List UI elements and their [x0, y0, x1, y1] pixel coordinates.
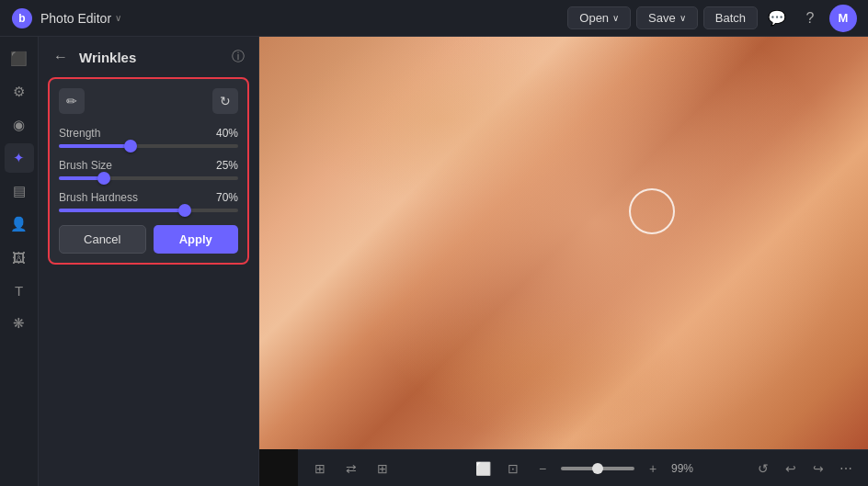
bottom-center-zoom: ⬜ ⊡ − + 99% [473, 458, 693, 480]
text-tool[interactable]: T [5, 276, 34, 305]
layers-bottom-icon[interactable]: ⊞ [309, 458, 331, 480]
crop-bottom-icon[interactable]: ⊡ [502, 458, 524, 480]
panel-tool-row: ✏ ↻ [59, 88, 238, 114]
brush-size-label: Brush Size [59, 159, 112, 172]
strength-fill [59, 144, 131, 148]
panel-title: Wrinkles [79, 50, 222, 65]
batch-button[interactable]: Batch [703, 6, 758, 29]
zoom-out-icon[interactable]: − [531, 458, 554, 480]
strength-value: 40% [216, 127, 238, 140]
strength-label: Strength [59, 127, 100, 140]
side-panel: ← Wrinkles ⓘ ✏ ↻ Strength 40% [39, 37, 259, 486]
info-button[interactable]: ⓘ [229, 48, 247, 66]
zoom-in-icon[interactable]: + [642, 458, 664, 480]
reset-tool-icon[interactable]: ↻ [212, 88, 238, 114]
cancel-button[interactable]: Cancel [59, 225, 146, 254]
app-logo: b [11, 7, 33, 29]
brush-size-value: 25% [216, 159, 238, 172]
canvas-area[interactable]: ⊞ ⇄ ⊞ ⬜ ⊡ − + 99% ↺ ↩ [259, 37, 868, 486]
brush-hardness-thumb[interactable] [178, 204, 191, 217]
more-icon[interactable]: ⋯ [835, 458, 857, 480]
back-button[interactable]: ← [50, 46, 72, 68]
strength-thumb[interactable] [124, 140, 137, 153]
fit-icon[interactable]: ⬜ [473, 458, 495, 480]
sticker-tool[interactable]: ❋ [5, 309, 34, 338]
svg-text:b: b [18, 12, 25, 25]
brush-tool-icon[interactable]: ✏ [59, 88, 85, 114]
wrinkles-panel: ✏ ↻ Strength 40% Brush Size 25% [48, 77, 249, 265]
brush-size-slider-group: Brush Size 25% [59, 159, 238, 180]
brush-hardness-fill [59, 209, 185, 212]
brush-hardness-label-row: Brush Hardness 70% [59, 191, 238, 204]
strength-label-row: Strength 40% [59, 127, 238, 140]
undo-icon[interactable]: ↩ [780, 458, 802, 480]
photo-canvas[interactable] [259, 37, 868, 449]
retouch-tool[interactable]: ✦ [5, 143, 34, 173]
save-button[interactable]: Save ∨ [636, 6, 698, 29]
open-chevron-icon: ∨ [612, 13, 619, 23]
layers-tool[interactable]: ▤ [5, 176, 34, 206]
panel-buttons: Cancel Apply [59, 225, 238, 254]
rotate-left-icon[interactable]: ↺ [752, 458, 774, 480]
brush-size-slider[interactable] [59, 176, 238, 180]
bottom-right-tools: ↺ ↩ ↪ ⋯ [752, 458, 857, 480]
bottom-left-tools: ⊞ ⇄ ⊞ [309, 458, 394, 480]
bottom-bar: ⊞ ⇄ ⊞ ⬜ ⊡ − + 99% ↺ ↩ [298, 449, 868, 486]
chat-icon[interactable]: 💬 [763, 5, 791, 32]
zoom-thumb[interactable] [592, 463, 603, 474]
zoom-slider[interactable] [561, 467, 634, 470]
strength-slider-group: Strength 40% [59, 127, 238, 148]
app-title: Photo Editor [40, 11, 111, 26]
topbar: b Photo Editor ∨ Open ∨ Save ∨ Batch 💬 ?… [0, 0, 868, 37]
app-title-chevron-icon[interactable]: ∨ [115, 13, 121, 23]
open-button[interactable]: Open ∨ [567, 6, 631, 29]
strength-slider[interactable] [59, 144, 238, 148]
panel-header: ← Wrinkles ⓘ [39, 37, 258, 77]
help-icon[interactable]: ? [796, 5, 824, 32]
filter-tool[interactable]: ◉ [5, 110, 34, 140]
gallery-tool[interactable]: 🖼 [5, 243, 34, 272]
brush-size-thumb[interactable] [97, 172, 110, 185]
portrait-tool[interactable]: 👤 [5, 209, 34, 239]
brush-hardness-value: 70% [216, 191, 238, 204]
grid-bottom-icon[interactable]: ⊞ [371, 458, 394, 480]
crop-tool[interactable]: ⬛ [5, 44, 34, 73]
brush-hardness-slider-group: Brush Hardness 70% [59, 191, 238, 212]
photo-overlay [259, 37, 868, 449]
brush-hardness-slider[interactable] [59, 209, 238, 212]
adjust-tool[interactable]: ⚙ [5, 77, 34, 107]
zoom-value: 99% [671, 462, 693, 475]
brush-size-label-row: Brush Size 25% [59, 159, 238, 172]
left-toolbar: ⬛ ⚙ ◉ ✦ ▤ 👤 🖼 T ❋ [0, 37, 39, 486]
avatar[interactable]: M [829, 5, 857, 32]
save-chevron-icon: ∨ [680, 13, 686, 23]
topbar-actions: Open ∨ Save ∨ Batch 💬 ? M [567, 5, 857, 32]
main-content: ⬛ ⚙ ◉ ✦ ▤ 👤 🖼 T ❋ ← Wrinkles ⓘ ✏ ↻ Stren… [0, 37, 868, 486]
adjust-bottom-icon[interactable]: ⇄ [340, 458, 362, 480]
brush-hardness-label: Brush Hardness [59, 191, 138, 204]
apply-button[interactable]: Apply [154, 225, 239, 254]
redo-icon[interactable]: ↪ [807, 458, 829, 480]
